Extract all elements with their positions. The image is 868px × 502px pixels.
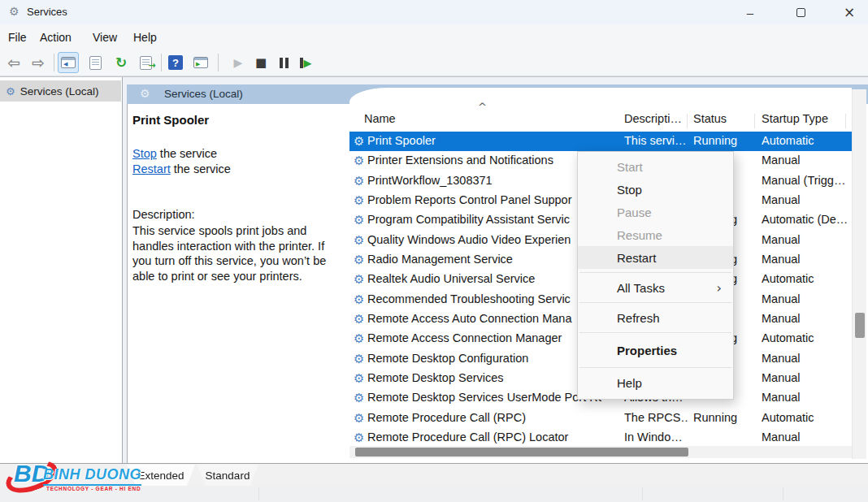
menu-action[interactable]: Action <box>37 29 75 45</box>
context-menu-item-refresh[interactable]: Refresh <box>578 306 733 329</box>
restart-service-icon <box>300 58 303 68</box>
back-icon: ⇦ <box>7 54 20 71</box>
service-name: Remote Access Auto Connection Mana <box>367 312 601 325</box>
context-menu-item-resume: Resume <box>578 223 733 246</box>
service-row[interactable]: ⚙Remote Procedure Call (RPC) LocatorIn W… <box>349 428 852 448</box>
menu-item-label: Properties <box>617 344 677 357</box>
context-menu-item-stop[interactable]: Stop <box>578 178 733 201</box>
service-name: Remote Desktop Services <box>367 371 601 384</box>
context-menu: StartStopPauseResumeRestartAll Tasks›Ref… <box>577 151 734 400</box>
service-name: Problem Reports Control Panel Suppor <box>367 193 601 206</box>
menu-item-label: All Tasks <box>617 281 665 295</box>
service-name: Printer Extensions and Notifications <box>367 154 601 167</box>
menu-separator <box>579 332 731 333</box>
column-header-status[interactable]: Status <box>693 112 727 125</box>
service-startup-type: Manual <box>762 431 848 444</box>
title-bar: ⚙ Services – × <box>0 0 868 24</box>
minimize-button[interactable]: – <box>731 0 769 24</box>
back-button[interactable]: ⇦ <box>3 52 24 73</box>
tree-item-services-local[interactable]: ⚙ Services (Local) <box>0 80 121 102</box>
service-name: PrintWorkflow_1308371 <box>367 174 601 187</box>
menu-item-label: Refresh <box>617 311 660 325</box>
service-gear-icon: ⚙ <box>354 134 364 149</box>
service-row[interactable]: ⚙Remote Procedure Call (RPC)The RPCS…Run… <box>349 409 852 428</box>
export-list-icon: → <box>140 56 152 70</box>
service-name: Remote Procedure Call (RPC) <box>367 411 601 424</box>
column-header-startup-type[interactable]: Startup Type <box>762 112 828 125</box>
vertical-scrollbar[interactable] <box>852 89 866 459</box>
close-button[interactable]: × <box>831 0 868 24</box>
service-gear-icon: ⚙ <box>354 352 364 366</box>
help-toolbar-button[interactable]: ? <box>165 52 186 73</box>
service-name: Radio Management Service <box>367 253 601 266</box>
service-description: The RPCS… <box>624 411 688 424</box>
service-name: Remote Desktop Services UserMode Port Re… <box>367 391 601 404</box>
restart-service-button[interactable]: ▶ <box>295 52 316 73</box>
menu-item-label: Pause <box>617 206 652 219</box>
refresh-toolbar-button[interactable]: ↻ <box>111 52 132 73</box>
service-gear-icon: ⚙ <box>354 174 364 188</box>
service-startup-type: Automatic <box>762 331 848 344</box>
menu-separator <box>579 367 731 368</box>
services-header-gear-icon: ⚙ <box>140 87 150 100</box>
show-console-tree-button[interactable]: ◀ <box>58 52 79 73</box>
toolbar-separator <box>218 54 219 71</box>
menu-separator <box>579 272 731 273</box>
stop-service-link[interactable]: Stop <box>132 147 157 160</box>
tab-standard[interactable]: Standard <box>197 465 258 486</box>
vertical-scrollbar-thumb[interactable] <box>855 313 865 338</box>
maximize-button[interactable] <box>782 0 819 24</box>
console-tree-panel: ⚙ Services (Local) <box>0 77 123 463</box>
pause-service-button[interactable] <box>273 52 294 73</box>
service-startup-type: Manual <box>762 312 848 325</box>
service-gear-icon: ⚙ <box>354 331 364 346</box>
service-gear-icon: ⚙ <box>354 431 364 445</box>
refresh-icon: ↻ <box>115 54 127 71</box>
menu-view[interactable]: View <box>89 29 120 45</box>
service-startup-type: Manual (Trigg… <box>762 174 848 187</box>
service-name: Remote Procedure Call (RPC) Locator <box>367 431 601 444</box>
service-description: In Windo… <box>624 431 688 444</box>
services-window: ⚙ Services – × FileActionViewHelp ⇦ ⇨ ◀ … <box>0 0 868 502</box>
forward-button[interactable]: ⇨ <box>28 52 49 73</box>
context-menu-item-pause: Pause <box>578 201 733 223</box>
service-startup-type: Automatic (De… <box>762 213 848 226</box>
export-list-button[interactable]: → <box>135 52 156 73</box>
service-startup-type: Manual <box>762 193 848 206</box>
horizontal-scrollbar[interactable] <box>349 446 852 458</box>
context-menu-item-help[interactable]: Help <box>578 371 733 394</box>
context-menu-item-properties[interactable]: Properties <box>578 336 733 364</box>
description-label: Description: <box>132 208 195 221</box>
service-name: Quality Windows Audio Video Experien <box>367 233 601 246</box>
service-startup-type: Automatic <box>762 272 848 285</box>
view-pane-icon: ▶ <box>193 57 208 68</box>
context-menu-item-restart[interactable]: Restart <box>578 246 733 269</box>
menu-file[interactable]: File <box>5 29 30 45</box>
restart-service-link[interactable]: Restart <box>132 162 171 175</box>
stop-service-button[interactable]: ■ <box>250 52 271 73</box>
service-name: Program Compatibility Assistant Servic <box>367 213 601 226</box>
column-header-description[interactable]: Descripti… <box>624 112 682 125</box>
service-name: Remote Desktop Configuration <box>367 352 601 365</box>
service-gear-icon: ⚙ <box>354 193 364 208</box>
watermark-subtitle: TECHNOLOGY - GEAR - HI END <box>46 486 141 491</box>
menu-help[interactable]: Help <box>130 29 160 45</box>
service-name: Print Spooler <box>367 134 601 147</box>
service-startup-type: Manual <box>762 352 848 365</box>
menu-separator <box>579 302 731 303</box>
horizontal-scrollbar-thumb[interactable] <box>355 448 688 457</box>
description-text: This service spools print jobs and handl… <box>132 223 343 283</box>
watermark-title: BINH DUONG <box>43 466 141 486</box>
service-gear-icon: ⚙ <box>354 371 364 386</box>
service-startup-type: Manual <box>762 154 848 167</box>
context-menu-item-all-tasks[interactable]: All Tasks› <box>578 276 733 299</box>
start-service-icon: ▶ <box>234 56 243 69</box>
pause-service-icon <box>280 58 283 68</box>
properties-toolbar-button[interactable] <box>85 52 106 73</box>
service-gear-icon: ⚙ <box>354 312 364 327</box>
service-row[interactable]: ⚙Print SpoolerThis servi…RunningAutomati… <box>349 132 852 151</box>
view-pane-button[interactable]: ▶ <box>190 52 211 73</box>
column-header-name[interactable]: Name <box>364 112 396 125</box>
status-divider <box>642 487 643 500</box>
service-startup-type: Automatic <box>762 134 848 147</box>
